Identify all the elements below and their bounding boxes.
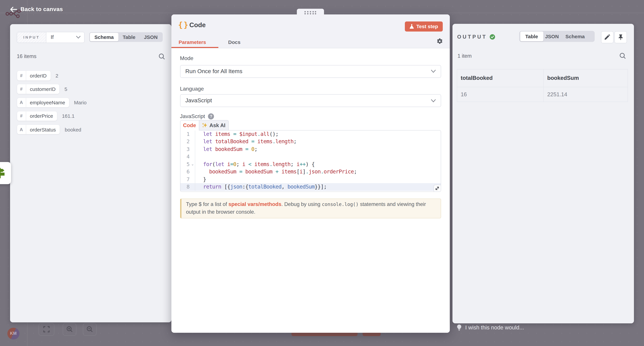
code-line: 7}: [180, 176, 440, 183]
chevron-down-icon: [431, 99, 436, 102]
line-number: 2: [180, 138, 195, 146]
output-items-count: 1 item: [458, 53, 472, 59]
schema-field-value: 2: [56, 73, 58, 78]
if-node-signpost-icon: [0, 168, 6, 179]
search-icon[interactable]: [620, 53, 626, 59]
schema-field-name: orderID: [26, 71, 50, 80]
mode-label: Mode: [180, 48, 441, 62]
modal-body: Mode Run Once for All Items Language Jav…: [171, 48, 450, 218]
editor-label: JavaScript: [180, 113, 205, 119]
output-cell-totalbooked: 16: [457, 87, 544, 102]
input-items-count: 16 items: [17, 53, 36, 59]
input-node-selector-value: If: [51, 34, 54, 40]
code-line: 2let totalBooked = items.length;: [180, 138, 440, 146]
number-type-icon: #: [17, 84, 26, 94]
schema-field-name: orderStatus: [26, 125, 60, 134]
pencil-icon: [604, 34, 610, 40]
test-step-button[interactable]: Test step: [405, 21, 443, 31]
input-view-tabs: Schema Table JSON: [89, 32, 162, 42]
line-number: 7: [180, 176, 195, 183]
output-table: totalBooked bookedSum 16 2251.14: [457, 69, 628, 102]
back-to-canvas-button[interactable]: Back to canvas: [10, 6, 63, 12]
output-panel-label: OUTPUT: [457, 34, 487, 40]
input-tab-table[interactable]: Table: [118, 33, 140, 41]
code-line: 6 bookedSum = bookedSum + items[i].json.…: [180, 168, 440, 176]
number-type-icon: #: [17, 111, 26, 121]
schema-row[interactable]: AemployeeName Mario: [17, 96, 167, 109]
schema-field-name: employeeName: [26, 98, 69, 107]
success-check-icon: [490, 34, 495, 40]
editor-tab-code[interactable]: Code: [180, 120, 199, 130]
fold-arrow-icon[interactable]: ⌄: [191, 160, 194, 168]
pin-icon: [618, 34, 623, 40]
if-node-stub[interactable]: [0, 162, 11, 184]
zoom-out-icon: [86, 326, 93, 332]
editor-expand-button[interactable]: [434, 185, 440, 192]
output-tab-schema[interactable]: Schema: [561, 32, 590, 41]
editor-tab-ask-ai[interactable]: Ask AI: [199, 120, 229, 130]
canvas-test-workflow-button-dimmed: [292, 332, 358, 336]
line-number: 3: [180, 146, 195, 153]
schema-row[interactable]: AorderStatus booked: [17, 123, 167, 136]
schema-row[interactable]: #orderPrice 161.1: [17, 109, 167, 123]
node-settings-gear-icon[interactable]: [437, 38, 443, 44]
canvas-secondary-button-dimmed: [362, 332, 381, 336]
pin-data-button[interactable]: [614, 31, 627, 43]
user-avatar[interactable]: KM: [8, 328, 19, 340]
sparkles-icon: [202, 122, 208, 128]
expand-icon: [436, 186, 439, 190]
output-tab-json[interactable]: JSON: [543, 32, 561, 41]
schema-field-value: booked: [65, 127, 81, 132]
output-table-row[interactable]: 16 2251.14: [457, 87, 628, 102]
mode-select[interactable]: Run Once for All Items: [180, 65, 441, 78]
schema-field-value: 5: [64, 86, 67, 92]
line-number: 4: [180, 153, 195, 161]
chevron-down-icon: [431, 70, 436, 73]
input-tab-schema[interactable]: Schema: [90, 33, 118, 41]
mode-select-value: Run Once for All Items: [185, 68, 242, 75]
output-panel: OUTPUT Table JSON Schema 1 item: [452, 24, 634, 323]
edit-output-button[interactable]: [601, 31, 614, 43]
input-node-selector[interactable]: If: [46, 32, 84, 42]
back-to-canvas-label: Back to canvas: [20, 6, 63, 12]
modal-tabs: Parameters Docs: [178, 39, 240, 45]
output-column-totalbooked: totalBooked: [457, 69, 544, 87]
string-type-icon: A: [17, 98, 26, 107]
modal-header: {} Code Test step Parameters Docs: [171, 14, 450, 48]
chevron-down-icon: [76, 36, 80, 38]
canvas-zoom-in-button[interactable]: [62, 323, 76, 336]
string-type-icon: A: [17, 125, 26, 134]
number-type-icon: #: [17, 71, 26, 80]
canvas-reset-zoom-button[interactable]: [38, 323, 54, 336]
code-editor[interactable]: 1let items = $input.all(); 2let totalBoo…: [180, 130, 441, 192]
modal-drag-handle[interactable]: [297, 8, 324, 14]
input-schema-list: #orderID 2 #customerID 5 AemployeeName M…: [17, 69, 167, 136]
back-arrow-icon: [10, 6, 17, 12]
editor-tabs: Code Ask AI: [180, 120, 441, 130]
output-view-tabs: Table JSON Schema: [519, 31, 594, 42]
tab-parameters[interactable]: Parameters: [178, 39, 206, 45]
code-line: 5⌄for(let i=0; i < items.length; i++) {: [180, 161, 440, 168]
input-tab-json[interactable]: JSON: [140, 33, 162, 41]
output-tab-table[interactable]: Table: [520, 32, 543, 41]
output-column-bookedsum: bookedSum: [544, 69, 628, 87]
tab-docs[interactable]: Docs: [228, 39, 240, 45]
code-node-icon: {}: [178, 20, 189, 29]
node-feedback-link[interactable]: I wish this node would...: [457, 324, 524, 331]
help-circle-icon[interactable]: ?: [208, 113, 214, 119]
schema-row[interactable]: #customerID 5: [17, 82, 167, 96]
code-line: 4: [180, 153, 440, 161]
avatar-initials: KM: [10, 331, 16, 336]
test-step-label: Test step: [416, 24, 438, 29]
code-line-active: 8return [{json:{totalBooked, bookedSum}}…: [180, 183, 440, 191]
canvas-zoom-out-button[interactable]: [83, 323, 96, 336]
input-panel-label: INPUT: [17, 32, 46, 42]
node-title: Code: [189, 21, 206, 29]
output-table-header-row: totalBooked bookedSum: [457, 69, 628, 87]
zoom-in-icon: [66, 326, 72, 332]
language-select[interactable]: JavaScript: [180, 94, 441, 107]
search-icon[interactable]: [159, 53, 165, 60]
code-line: 1let items = $input.all();: [180, 130, 440, 138]
language-label: Language: [180, 78, 441, 92]
schema-row[interactable]: #orderID 2: [17, 69, 167, 82]
